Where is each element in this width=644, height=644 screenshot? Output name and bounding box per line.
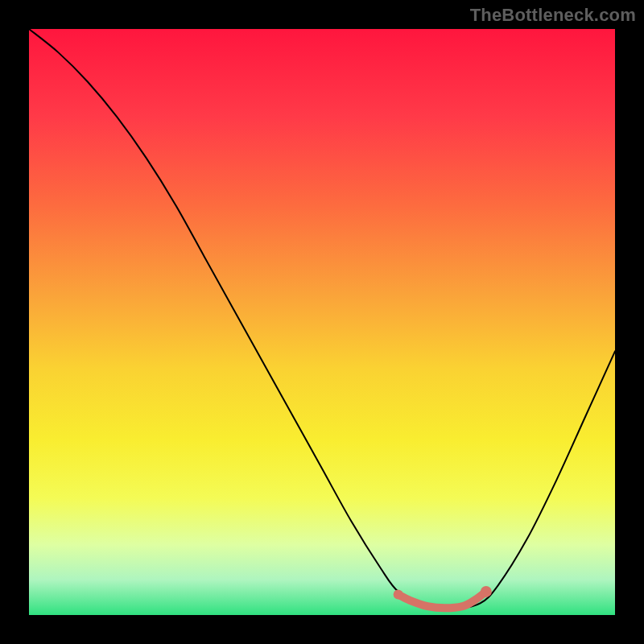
chart-svg	[29, 29, 615, 615]
chart-container: TheBottleneck.com	[0, 0, 644, 644]
watermark-text: TheBottleneck.com	[470, 5, 636, 26]
marker-sweet-spot-start	[394, 590, 403, 600]
marker-sweet-spot-end	[481, 586, 492, 597]
plot-area	[29, 29, 615, 615]
